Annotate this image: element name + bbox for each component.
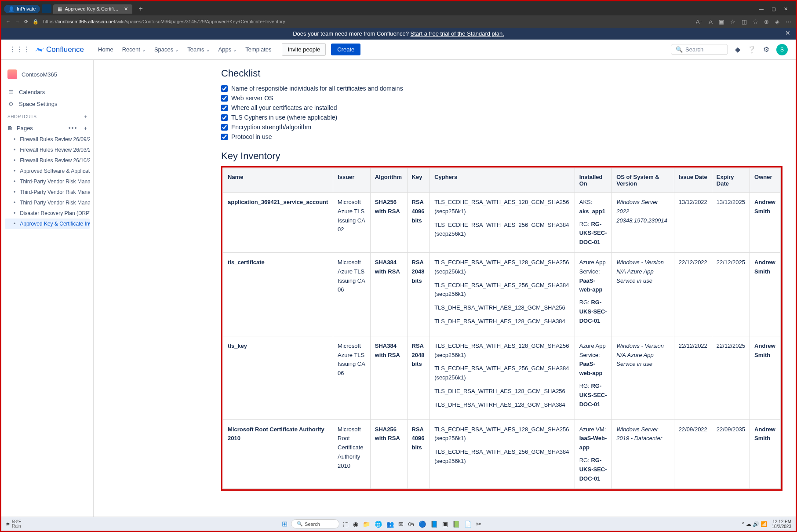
page-tree-item[interactable]: Approved Key & Certificate Invent… bbox=[5, 219, 90, 229]
copilot-icon[interactable]: ◉ bbox=[353, 521, 358, 528]
banner-close-icon[interactable]: ✕ bbox=[785, 29, 790, 36]
taskbar-date[interactable]: 10/2/2023 bbox=[772, 524, 792, 529]
global-search[interactable]: 🔍 Search bbox=[671, 44, 728, 55]
checkbox[interactable] bbox=[221, 85, 228, 92]
nav-recent[interactable]: Recent⌄ bbox=[118, 44, 150, 55]
excel-icon[interactable]: 📗 bbox=[452, 521, 460, 528]
tracking-icon[interactable]: ▣ bbox=[719, 18, 724, 25]
cypher-value: TLS_ECDHE_RSA_WITH_AES_256_GCM_SHA384 (s… bbox=[434, 448, 570, 466]
checkbox[interactable] bbox=[221, 114, 228, 121]
collections-icon[interactable]: ⊕ bbox=[764, 18, 769, 25]
cell-owner: Andrew Smith bbox=[750, 252, 781, 336]
page-tree-item[interactable]: Third-Party Vendor Risk Managem… bbox=[5, 187, 90, 197]
close-tab-icon[interactable]: ✕ bbox=[124, 6, 128, 12]
nav-apps[interactable]: Apps⌄ bbox=[214, 44, 241, 55]
cell-key: RSA 4096 bits bbox=[407, 419, 430, 489]
page-tree-item[interactable]: Third-Party Vendor Risk Managem… bbox=[5, 197, 90, 208]
teams-icon[interactable]: 👥 bbox=[386, 521, 394, 528]
explorer-icon[interactable]: 📁 bbox=[363, 521, 370, 528]
column-header: Name bbox=[223, 168, 333, 193]
edge-icon[interactable]: 🌐 bbox=[375, 521, 382, 528]
user-avatar[interactable]: S bbox=[776, 44, 788, 55]
cell-os: Windows Server 2019 - Datacenter bbox=[612, 419, 674, 489]
add-shortcut-icon[interactable]: + bbox=[84, 114, 87, 119]
page-tree-item[interactable]: Third-Party Vendor Risk Managem… bbox=[5, 176, 90, 187]
weather-widget[interactable]: 🌧 58°F Rain bbox=[6, 520, 21, 528]
chrome-icon[interactable]: 🔵 bbox=[419, 521, 426, 528]
notifications-icon[interactable]: ◆ bbox=[735, 45, 740, 54]
pages-more-icon[interactable]: ••• bbox=[69, 124, 78, 131]
cell-key: RSA 2048 bits bbox=[407, 252, 430, 336]
word-icon[interactable]: 📄 bbox=[464, 521, 472, 528]
column-header: Installed On bbox=[575, 168, 612, 193]
installed-line: Azure App Service: PaaS-web-app bbox=[579, 342, 608, 378]
nav-templates[interactable]: Templates bbox=[241, 44, 276, 55]
settings-icon[interactable]: ⚙ bbox=[763, 45, 769, 54]
checkbox[interactable] bbox=[221, 134, 228, 140]
zoom-icon[interactable]: A⁺ bbox=[696, 18, 703, 25]
read-aloud-icon[interactable]: A bbox=[709, 18, 713, 25]
search-icon: 🔍 bbox=[297, 521, 303, 527]
outlook-icon[interactable]: ✉ bbox=[398, 521, 404, 528]
cell-key: RSA 2048 bits bbox=[407, 336, 430, 419]
nav-teams[interactable]: Teams⌄ bbox=[183, 44, 214, 55]
system-tray[interactable]: ^ ☁ 🔊 📶 bbox=[742, 521, 768, 527]
taskbar-time[interactable]: 12:12 PM bbox=[772, 519, 792, 524]
page-tree-item[interactable]: Disaster Recovery Plan (DRP) bbox=[5, 208, 90, 219]
url-field[interactable]: https://contosom365.atlassian.net/wiki/s… bbox=[43, 19, 691, 24]
nav-spaces[interactable]: Spaces⌄ bbox=[150, 44, 183, 55]
cell-name: tls_key bbox=[223, 336, 333, 419]
favorites-icon[interactable]: ☆ bbox=[730, 18, 735, 25]
cell-owner: Andrew Smith bbox=[750, 419, 781, 489]
cell-owner: Andrew Smith bbox=[750, 193, 781, 253]
create-button[interactable]: Create bbox=[331, 44, 360, 55]
checklist-label: TLS Cyphers in use (where applicable) bbox=[231, 114, 337, 121]
cypher-value: TLS_DHE_RSA_WITRH_AES_128_GCM_SHA256 bbox=[434, 387, 570, 396]
split-icon[interactable]: ◫ bbox=[742, 18, 747, 25]
nav-home[interactable]: Home bbox=[94, 44, 118, 55]
window-close-icon[interactable]: ✕ bbox=[784, 6, 788, 12]
favorites-bar-icon[interactable]: ✩ bbox=[753, 18, 758, 25]
banner-link[interactable]: Start a free trial of the Standard plan. bbox=[411, 30, 504, 37]
page-tree-item[interactable]: Firewall Rules Review 26/09/2023 bbox=[5, 134, 90, 145]
terminal-icon[interactable]: ▣ bbox=[442, 521, 448, 528]
lock-icon[interactable]: 🔒 bbox=[33, 19, 39, 25]
browser-tab-active[interactable]: ▦ Approved Key & Certificate Inv… ✕ bbox=[53, 4, 132, 14]
cell-cyphers: TLS_ECDHE_RSA_WITH_AES_128_GCM_SHA256 (s… bbox=[430, 336, 575, 419]
cell-issuer: Microsoft Azure TLS Issuing CA 02 bbox=[333, 193, 371, 253]
start-icon[interactable]: ⊞ bbox=[282, 520, 288, 528]
page-tree-item[interactable]: Approved Software & Applications… bbox=[5, 166, 90, 176]
confluence-logo[interactable]: Confluence bbox=[35, 45, 84, 55]
extensions-icon[interactable]: ◈ bbox=[775, 18, 779, 25]
installed-line: Azure App Service: PaaS-web-app bbox=[579, 258, 608, 295]
add-page-icon[interactable]: + bbox=[84, 125, 87, 131]
task-view-icon[interactable]: ⬚ bbox=[343, 521, 349, 528]
nav-refresh-icon[interactable]: ⟳ bbox=[24, 19, 28, 25]
installed-line: Azure VM: IaaS-Web-app bbox=[579, 425, 608, 452]
main-content[interactable]: Checklist Name of responsible individual… bbox=[94, 60, 796, 517]
checkbox[interactable] bbox=[221, 105, 228, 111]
window-minimize-icon[interactable]: — bbox=[759, 6, 764, 12]
taskbar-search[interactable]: 🔍 Search bbox=[291, 519, 339, 528]
app-switcher-icon[interactable]: ⋮⋮⋮ bbox=[9, 45, 30, 54]
store-icon[interactable]: 🛍 bbox=[408, 521, 414, 528]
sidebar-space-settings[interactable]: ⚙Space Settings bbox=[5, 98, 90, 110]
workspace-indicator[interactable] bbox=[42, 4, 51, 13]
page-tree-item[interactable]: Firewall Rules Review 26/10/2022 bbox=[5, 155, 90, 166]
new-tab-button[interactable]: + bbox=[134, 5, 147, 13]
checkbox[interactable] bbox=[221, 124, 228, 131]
checkbox[interactable] bbox=[221, 95, 228, 102]
snip-icon[interactable]: ✂ bbox=[476, 521, 481, 528]
help-icon[interactable]: ❔ bbox=[747, 45, 756, 54]
space-header[interactable]: ContosoM365 bbox=[5, 67, 90, 82]
sidebar-calendars[interactable]: ☰Calendars bbox=[5, 86, 90, 98]
column-header: Issue Date bbox=[674, 168, 712, 193]
nav-back-icon[interactable]: ← bbox=[6, 19, 11, 24]
more-icon[interactable]: ⋯ bbox=[786, 18, 791, 25]
pages-header[interactable]: 🗎 Pages ••• + bbox=[5, 122, 90, 134]
window-maximize-icon[interactable]: ▢ bbox=[772, 6, 776, 12]
page-tree-item[interactable]: Firewall Rules Review 26/03/2023 bbox=[5, 145, 90, 155]
chevron-down-icon: ⌄ bbox=[206, 47, 210, 52]
invite-people-button[interactable]: Invite people bbox=[282, 43, 326, 56]
vscode-icon[interactable]: 📘 bbox=[430, 521, 438, 528]
